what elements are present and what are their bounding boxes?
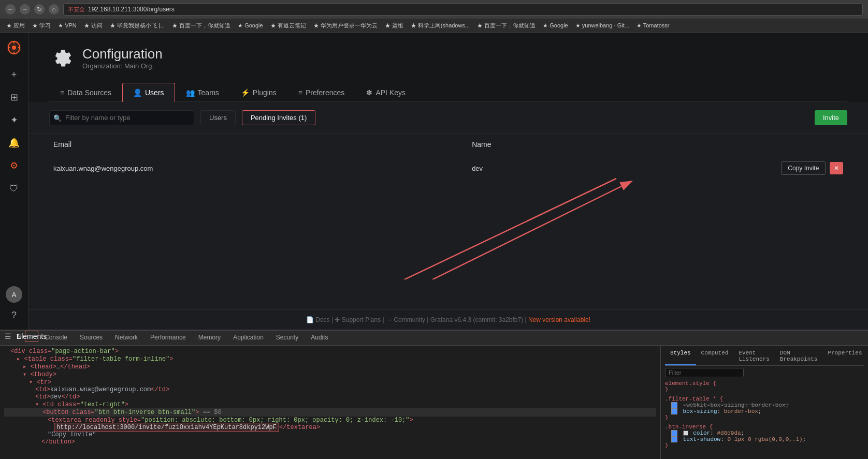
html-line-3: ▸ <thead>…</thead> xyxy=(4,363,90,371)
sidebar-item-alerting[interactable]: 🔔 xyxy=(4,132,24,153)
bookmark-shadows[interactable]: ★ 科学上网(shadows... xyxy=(409,21,472,31)
devtools-panel: ☰ ↻ Elements Console Sources Network Per… xyxy=(0,330,868,459)
bookmark-vpn[interactable]: ★ VPN xyxy=(56,21,79,30)
tab-users[interactable]: 👤 Users xyxy=(122,83,175,102)
email-cell: kaixuan.wnag@wengegroup.com xyxy=(49,155,468,182)
nav-home-button[interactable]: ⌂ xyxy=(49,4,59,14)
search-input[interactable] xyxy=(49,110,194,125)
tab-data-sources[interactable]: ≡ Data Sources xyxy=(49,83,122,102)
checkbox-webkit-box-sizing[interactable] xyxy=(671,402,677,408)
footer-docs-link[interactable]: 📄 Docs xyxy=(306,316,330,323)
checkbox-box-sizing[interactable] xyxy=(671,408,677,414)
html-line-13: </button> xyxy=(4,438,75,446)
devtools-styles-panel: Styles Computed Event Listeners DOM Brea… xyxy=(661,346,868,459)
sidebar-item-dashboards[interactable]: ⊞ xyxy=(4,87,24,108)
browser-chrome: ← → ↻ ⌂ 不安全 192.168.10.211:3000/org/user… xyxy=(0,0,868,19)
prop-color: color: #d8d9da; xyxy=(683,430,745,436)
avatar[interactable]: A xyxy=(6,286,22,303)
prop-box-sizing: box-sizing: border-box; xyxy=(683,408,762,414)
devtools-tab-application[interactable]: Application xyxy=(227,331,270,345)
html-line-1: <div class="page-action-bar"> xyxy=(4,348,119,355)
copy-invite-button[interactable]: Copy Invite xyxy=(781,161,826,175)
plugins-icon: ⚡ xyxy=(241,88,250,97)
bookmark-google2[interactable]: ★ Google xyxy=(541,21,570,30)
pending-invites-tab[interactable]: Pending Invites (1) xyxy=(242,110,315,125)
sidebar-item-explore[interactable]: ✦ xyxy=(4,110,24,130)
compass-icon: ✦ xyxy=(10,114,18,126)
sidebar-item-help[interactable]: ? xyxy=(4,305,24,325)
bell-icon: 🔔 xyxy=(8,137,20,149)
name-cell: dev xyxy=(468,155,575,182)
checkbox-text-shadow[interactable] xyxy=(671,436,677,442)
tab-plugins[interactable]: ⚡ Plugins xyxy=(230,83,287,102)
tab-preferences[interactable]: ≡ Preferences xyxy=(287,83,356,102)
bookmark-yunweibang[interactable]: ★ yunweibang · Git... xyxy=(573,21,631,30)
shield-icon: 🛡 xyxy=(9,183,19,194)
bookmark-youdao[interactable]: ★ 有道云笔记 xyxy=(268,21,308,31)
bookmark-yangxiaofei[interactable]: ★ 毕竟我是杨小飞 |... xyxy=(108,21,167,31)
nav-forward-button[interactable]: → xyxy=(20,4,30,14)
url-bar[interactable]: 不安全 192.168.10.211:3000/org/users xyxy=(63,3,863,16)
bookmark-google1[interactable]: ★ Google xyxy=(236,21,265,30)
tab-plugins-label: Plugins xyxy=(253,88,277,97)
tab-api-keys[interactable]: ✽ API Keys xyxy=(355,83,416,102)
devtools-right-tab-dom-breakpoints[interactable]: DOM Breakpoints xyxy=(775,348,823,365)
tab-teams[interactable]: 👥 Teams xyxy=(175,83,230,102)
pending-invites-table: Email Name kaixuan.wnag@wengegroup.com d… xyxy=(49,134,847,182)
page-subtitle: Organization: Main Org. xyxy=(82,62,163,70)
html-line-2: ▸ <table class="filter-table form-inline… xyxy=(4,356,173,363)
tab-teams-label: Teams xyxy=(198,88,219,97)
footer-new-version[interactable]: New version available! xyxy=(528,316,590,323)
bookmark-baidu1[interactable]: ★ 百度一下，你就知道 xyxy=(170,21,233,31)
sidebar: + ⊞ ✦ 🔔 ⚙ 🛡 A ? xyxy=(0,33,28,330)
checkbox-color[interactable] xyxy=(671,430,677,436)
style-rule-element: element.style { } xyxy=(665,380,864,393)
html-line-6: <td>kaixuan.wnag@wengegroup.com</td> xyxy=(4,386,169,393)
sidebar-item-shield[interactable]: 🛡 xyxy=(4,178,24,199)
footer-support-link[interactable]: ✚ Support Plans xyxy=(335,316,381,323)
devtools-tab-security[interactable]: Security xyxy=(270,331,305,345)
devtools-tab-performance[interactable]: Performance xyxy=(144,331,192,345)
col-email-header: Email xyxy=(49,134,468,155)
footer-version: Grafana v6.4.3 (commit: 3a2bfb7) xyxy=(430,316,523,323)
grafana-logo[interactable] xyxy=(4,37,24,58)
devtools-right-tab-computed[interactable]: Computed xyxy=(696,348,734,365)
devtools-right-tab-properties[interactable]: Properties xyxy=(822,348,867,365)
bookmark-baidu2[interactable]: ★ 百度一下，你就知道 xyxy=(475,21,538,31)
bookmark-learn[interactable]: ★ 学习 xyxy=(30,21,53,31)
devtools-html-panel[interactable]: <div class="page-action-bar"> ▸ <table c… xyxy=(0,346,661,459)
devtools-tab-elements[interactable]: Elements xyxy=(25,331,38,342)
devtools-tab-sources[interactable]: Sources xyxy=(74,331,109,345)
footer-community-link[interactable]: → Community xyxy=(386,316,425,323)
bookmark-tomatossr[interactable]: ★ Tomatossr xyxy=(634,21,672,30)
devtools-right-tab-event-listeners[interactable]: Event Listeners xyxy=(733,348,774,365)
config-nav-tabs: ≡ Data Sources 👤 Users 👥 Teams ⚡ Plugins… xyxy=(49,83,847,102)
nav-back-button[interactable]: ← xyxy=(5,4,16,14)
devtools-tab-audits[interactable]: Audits xyxy=(305,331,334,345)
toolbar: 🔍 Users Pending Invites (1) Invite xyxy=(28,102,868,134)
invite-button[interactable]: Invite xyxy=(815,110,847,125)
content-area: 🔍 Users Pending Invites (1) Invite Email… xyxy=(28,102,868,330)
gear-icon: ⚙ xyxy=(10,160,18,171)
devtools-right-tab-styles[interactable]: Styles xyxy=(665,348,696,365)
bookmark-apps[interactable]: ★ 应用 xyxy=(4,21,27,31)
devtools-tab-memory[interactable]: Memory xyxy=(192,331,227,345)
devtools-tab-network[interactable]: Network xyxy=(109,331,144,345)
teams-icon: 👥 xyxy=(186,88,195,97)
page-header-text: Configuration Organization: Main Org. xyxy=(82,46,163,70)
styles-filter-input[interactable] xyxy=(665,368,744,377)
devtools-menu-btn[interactable]: ☰ xyxy=(2,331,13,342)
devtools-tab-console[interactable]: Console xyxy=(38,331,74,345)
sidebar-item-add[interactable]: + xyxy=(4,64,24,85)
question-icon: ? xyxy=(11,310,17,321)
bookmark-visit[interactable]: ★ 访问 xyxy=(82,21,105,31)
search-icon: 🔍 xyxy=(53,114,62,122)
sidebar-item-configuration[interactable]: ⚙ xyxy=(4,155,24,176)
bookmark-ops[interactable]: ★ 运维 xyxy=(383,21,406,31)
users-filter-tab[interactable]: Users xyxy=(200,110,236,125)
style-rule-filter-table: .filter-table * { -webkit-box-sizing: bo… xyxy=(665,396,864,421)
delete-invite-button[interactable]: ✕ xyxy=(830,162,843,174)
bookmark-huawei[interactable]: ★ 华为用户登录一华为云 xyxy=(311,21,380,31)
security-warning: 不安全 xyxy=(68,6,85,13)
nav-reload-button[interactable]: ↻ xyxy=(34,4,45,14)
